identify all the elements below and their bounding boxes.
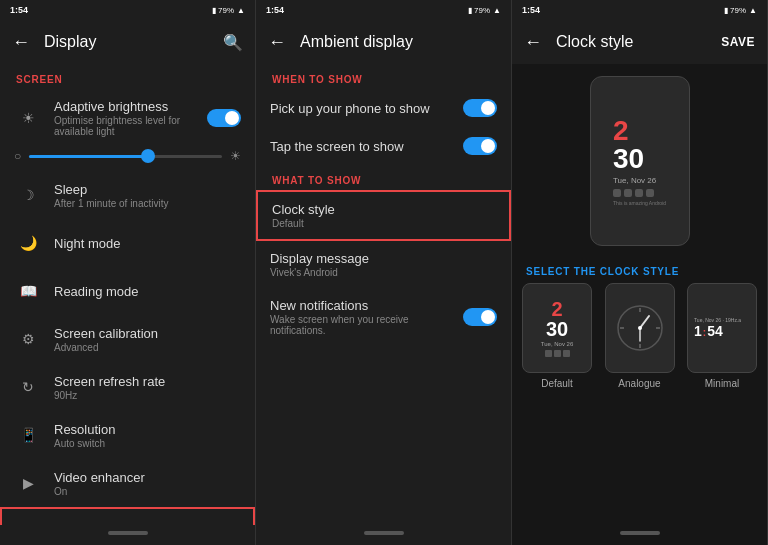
minimal-thumb[interactable]: Tue, Nov 26 · 19Hz.a 1 : 54 [687,283,757,373]
svg-point-7 [638,326,642,330]
status-dot-2 [624,189,632,197]
when-to-show-label: WHEN TO SHOW [256,64,511,89]
notifications-toggle[interactable] [463,308,497,326]
calibration-icon: ⚙ [14,325,42,353]
resolution-item[interactable]: 📱 Resolution Auto switch [0,411,255,459]
clock-message: This is amazing Android [613,200,666,206]
minimal-time-row: 1 : 54 [694,323,723,339]
clock-phone-mockup: 2 30 Tue, Nov 26 This is amazing Android [590,76,690,246]
back-button-3[interactable]: ← [524,32,542,53]
what-to-show-label: WHAT TO SHOW [256,165,511,190]
display-panel: 1:54 ▮ 79% ▲ ← Display 🔍 SCREEN ☀ Adapti… [0,0,256,545]
display-title: Display [44,33,223,51]
tap-item[interactable]: Tap the screen to show [256,127,511,165]
sleep-item[interactable]: ☽ Sleep After 1 minute of inactivity [0,171,255,219]
default-thumb[interactable]: 2 30 Tue, Nov 26 [522,283,592,373]
sun-icon: ☀ [14,104,42,132]
refresh-rate-item[interactable]: ↻ Screen refresh rate 90Hz [0,363,255,411]
resolution-subtitle: Auto switch [54,438,241,449]
minimal-hour: 1 [694,323,702,339]
default-style-label: Default [541,378,573,389]
display-header: ← Display 🔍 [0,20,255,64]
analogue-clock-svg [615,303,665,353]
brightness-fill [29,155,145,158]
video-enhancer-item[interactable]: ▶ Video enhancer On [0,459,255,507]
clock-preview-area: 2 30 Tue, Nov 26 This is amazing Android [512,64,767,258]
back-button-2[interactable]: ← [268,32,286,53]
pickup-item[interactable]: Pick up your phone to show [256,89,511,127]
pickup-title: Pick up your phone to show [270,101,463,116]
clock-style-header-title: Clock style [556,33,721,51]
adaptive-brightness-toggle[interactable] [207,109,241,127]
status-bar-3: 1:54 ▮ 79% ▲ [512,0,767,20]
resolution-title: Resolution [54,422,241,437]
bottom-pill-3 [620,531,660,535]
status-dot-3 [635,189,643,197]
video-icon: ▶ [14,469,42,497]
adaptive-brightness-title: Adaptive brightness [54,99,207,114]
wifi-icon-2: ▲ [493,6,501,15]
status-bar-1: 1:54 ▮ 79% ▲ [0,0,255,20]
pickup-toggle[interactable] [463,99,497,117]
clock-style-subtitle: Default [272,218,495,229]
save-button[interactable]: SAVE [721,35,755,49]
ambient-header: ← Ambient display [256,20,511,64]
default-thumb-date: Tue, Nov 26 [541,341,573,347]
night-mode-item[interactable]: 🌙 Night mode [0,219,255,267]
sleep-icon: ☽ [14,181,42,209]
tap-toggle[interactable] [463,137,497,155]
ambient-panel: 1:54 ▮ 79% ▲ ← Ambient display WHEN TO S… [256,0,512,545]
brightness-slider[interactable] [29,155,222,158]
refresh-rate-title: Screen refresh rate [54,374,241,389]
night-mode-title: Night mode [54,236,241,251]
status-dot-1 [613,189,621,197]
select-style-label: SELECT THE CLOCK STYLE [512,258,767,283]
calibration-title: Screen calibration [54,326,241,341]
night-mode-icon: 🌙 [14,229,42,257]
adaptive-brightness-subtitle: Optimise brightness level for available … [54,115,207,137]
status-time-1: 1:54 [10,5,28,15]
display-message-item[interactable]: Display message Vivek's Android [256,241,511,288]
brightness-low-icon: ○ [14,149,21,163]
bottom-bar-3 [512,525,767,545]
new-notifications-item[interactable]: New notifications Wake screen when you r… [256,288,511,346]
brightness-slider-row: ○ ☀ [0,147,255,171]
reading-mode-title: Reading mode [54,284,241,299]
clock-style-panel: 1:54 ▮ 79% ▲ ← Clock style SAVE 2 30 Tue… [512,0,768,545]
screen-calibration-item[interactable]: ⚙ Screen calibration Advanced [0,315,255,363]
clock-style-analogue[interactable]: Analogue [605,283,675,389]
reading-mode-item[interactable]: 📖 Reading mode [0,267,255,315]
battery-icon-3: ▮ 79% [724,6,746,15]
analogue-thumb[interactable] [605,283,675,373]
analogue-style-label: Analogue [618,378,660,389]
sleep-title: Sleep [54,182,241,197]
adaptive-brightness-item[interactable]: ☀ Adaptive brightness Optimise brightnes… [0,89,255,147]
clock-preview-hour: 2 [613,117,629,145]
clock-style-header: ← Clock style SAVE [512,20,767,64]
search-button[interactable]: 🔍 [223,33,243,52]
clock-style-item[interactable]: Clock style Default [256,190,511,241]
back-button-1[interactable]: ← [12,32,30,53]
calibration-subtitle: Advanced [54,342,241,353]
default-thumb-time: 2 30 Tue, Nov 26 [541,299,573,357]
d-dot-1 [545,350,552,357]
display-message-subtitle: Vivek's Android [270,267,497,278]
ambient-icon: ☁ [16,519,44,525]
clock-preview-date: Tue, Nov 26 [613,176,656,185]
clock-style-minimal[interactable]: Tue, Nov 26 · 19Hz.a 1 : 54 Minimal [687,283,757,389]
display-message-title: Display message [270,251,497,266]
display-settings-list: ☀ Adaptive brightness Optimise brightnes… [0,89,255,525]
clock-style-default[interactable]: 2 30 Tue, Nov 26 Default [522,283,592,389]
ambient-display-item[interactable]: ☁ Ambient display [0,507,255,525]
minimal-sep: : [703,327,706,338]
clock-status-icons [613,189,654,197]
battery-icon-1: ▮ 79% [212,6,234,15]
notifications-title: New notifications [270,298,463,313]
clock-style-title: Clock style [272,202,495,217]
battery-icon-2: ▮ 79% [468,6,490,15]
minimal-thumb-content: Tue, Nov 26 · 19Hz.a 1 : 54 [688,311,756,345]
video-enhancer-title: Video enhancer [54,470,241,485]
default-thumb-hour: 2 [551,299,562,319]
brightness-thumb[interactable] [141,149,155,163]
clock-preview-minute: 30 [613,145,644,173]
